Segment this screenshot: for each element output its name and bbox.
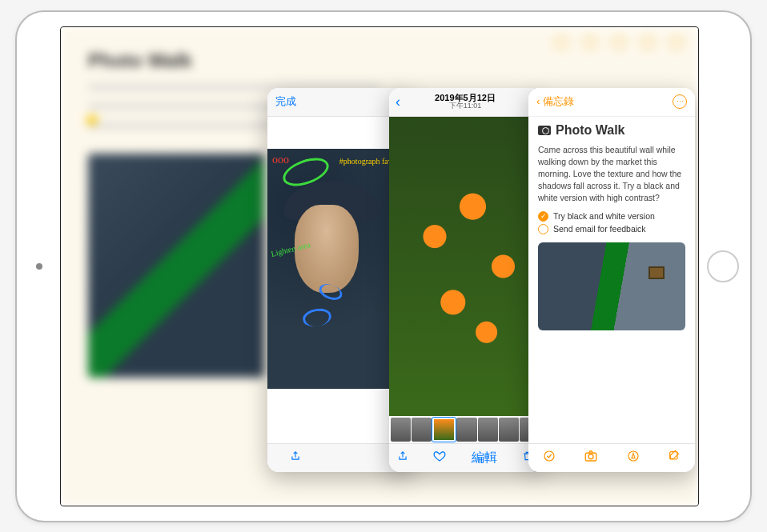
screen: Photo Walk 郵件 完成 bbox=[60, 26, 699, 506]
photos-header: ‹ 2019年5月12日 下午11:01 bbox=[389, 88, 541, 117]
svg-point-8 bbox=[588, 454, 593, 459]
markup-red-text: ooo bbox=[272, 154, 289, 166]
slideover-app-switcher[interactable]: 郵件 完成 ooo #photograph favorite Lighten a… bbox=[61, 27, 698, 506]
checklist-item[interactable]: Send email for feedbaick bbox=[538, 224, 685, 234]
photo-viewer[interactable] bbox=[389, 117, 541, 416]
front-camera bbox=[36, 263, 42, 270]
back-button[interactable]: ‹ bbox=[396, 94, 400, 110]
share-icon[interactable] bbox=[290, 450, 301, 465]
notes-back-button[interactable]: ‹ 備忘錄 bbox=[536, 94, 574, 109]
notes-toolbar: ‹ 備忘錄 ⋯ bbox=[528, 88, 695, 117]
slideover-card-photos[interactable]: 照片 ‹ 2019年5月12日 下午11:01 bbox=[389, 88, 541, 472]
edit-button[interactable]: 編輯 bbox=[472, 450, 497, 466]
thumbnail-strip[interactable] bbox=[389, 416, 541, 443]
note-title: Photo Walk bbox=[556, 123, 625, 138]
compose-icon[interactable] bbox=[668, 450, 681, 466]
slideover-card-notes[interactable]: 備忘錄 ‹ 備忘錄 ⋯ Photo Walk Came across this … bbox=[528, 88, 695, 472]
checkbox-unchecked-icon[interactable] bbox=[538, 224, 548, 234]
note-body: Came across this beautiful wall while wa… bbox=[538, 144, 685, 205]
checklist-icon[interactable] bbox=[543, 450, 556, 466]
checklist-item[interactable]: ✓ Try black and white version bbox=[538, 211, 685, 222]
svg-point-6 bbox=[544, 451, 554, 461]
photos-footer: 編輯 bbox=[389, 443, 541, 472]
ipad-device-frame: Photo Walk 郵件 完成 bbox=[15, 10, 752, 522]
notes-footer bbox=[528, 443, 695, 472]
photo-time: 下午11:01 bbox=[397, 102, 533, 110]
favorite-icon[interactable] bbox=[433, 450, 446, 466]
note-title-row: Photo Walk bbox=[538, 123, 685, 138]
note-content[interactable]: Photo Walk Came across this beautiful wa… bbox=[528, 117, 695, 443]
more-icon[interactable]: ⋯ bbox=[673, 94, 687, 109]
camera-icon bbox=[538, 126, 551, 135]
checklist-text: Try black and white version bbox=[553, 211, 655, 221]
markup-icon[interactable] bbox=[627, 450, 640, 466]
share-icon[interactable] bbox=[397, 450, 408, 465]
home-button[interactable] bbox=[707, 250, 739, 282]
camera-icon[interactable] bbox=[584, 449, 598, 466]
checklist-text: Send email for feedbaick bbox=[553, 224, 646, 234]
note-attachment-image[interactable] bbox=[538, 242, 685, 330]
done-button[interactable]: 完成 bbox=[275, 94, 296, 109]
checkbox-checked-icon[interactable]: ✓ bbox=[538, 211, 548, 222]
